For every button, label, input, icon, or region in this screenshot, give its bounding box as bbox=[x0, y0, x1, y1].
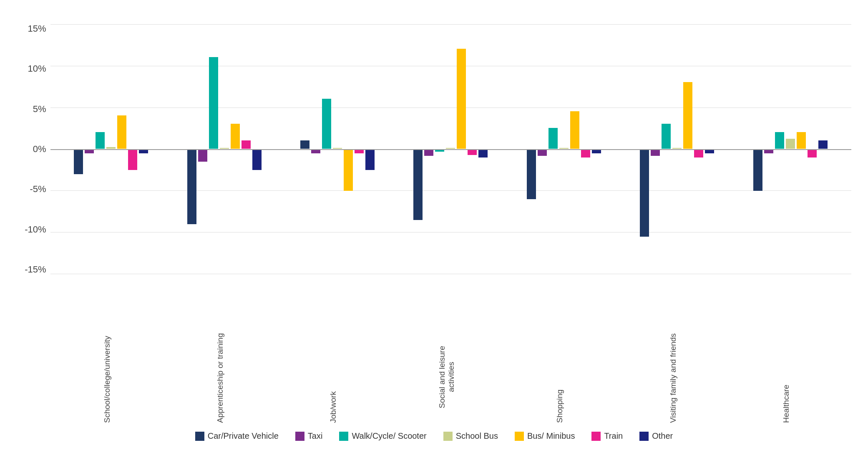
x-axis-label: Social and leisure activities bbox=[390, 331, 503, 423]
legend-color-box bbox=[195, 432, 204, 441]
legend-item: Train bbox=[591, 431, 623, 441]
legend-item: Bus/ Minibus bbox=[515, 431, 575, 441]
bar-other bbox=[818, 140, 828, 149]
bar-train bbox=[694, 149, 703, 158]
grid-line bbox=[50, 274, 851, 274]
bar-other bbox=[252, 149, 262, 170]
legend-label: Walk/Cycle/ Scooter bbox=[352, 431, 426, 441]
bar-walk bbox=[662, 124, 671, 149]
y-axis-label: -10% bbox=[25, 225, 46, 234]
legend-item: Car/Private Vehicle bbox=[195, 431, 279, 441]
bar-bus bbox=[457, 49, 466, 149]
bar-train bbox=[128, 149, 137, 170]
bar-walk bbox=[322, 99, 331, 149]
x-axis-label: School/college/university bbox=[50, 331, 164, 423]
y-axis-label: 5% bbox=[33, 105, 46, 114]
legend-item: Other bbox=[639, 431, 673, 441]
bar-bus bbox=[117, 115, 126, 149]
bar-taxi bbox=[424, 149, 433, 156]
bar-schoolBus bbox=[220, 148, 229, 149]
chart-container: 15%10%5%0%-5%-10%-15% School/college/uni… bbox=[17, 24, 851, 441]
legend-color-box bbox=[591, 432, 601, 441]
legend-label: Taxi bbox=[308, 431, 323, 441]
bar-bus bbox=[231, 124, 240, 149]
legend-item: Walk/Cycle/ Scooter bbox=[339, 431, 426, 441]
bar-schoolBus bbox=[672, 148, 682, 149]
y-axis-label: 0% bbox=[33, 145, 46, 154]
bar-schoolBus bbox=[559, 148, 569, 149]
bar-walk bbox=[775, 132, 784, 149]
x-axis-label: Healthcare bbox=[730, 331, 843, 423]
bar-schoolBus bbox=[446, 148, 455, 149]
bar-taxi bbox=[198, 149, 207, 162]
legend-color-box bbox=[443, 432, 453, 441]
legend-item: School Bus bbox=[443, 431, 498, 441]
plot-area bbox=[50, 24, 851, 274]
bar-train bbox=[808, 149, 817, 158]
bar-train bbox=[242, 140, 251, 149]
bar-car bbox=[640, 149, 649, 237]
bar-car bbox=[74, 149, 83, 174]
bar-car bbox=[753, 149, 762, 191]
bar-car bbox=[413, 149, 423, 220]
bar-walk bbox=[96, 132, 105, 149]
bar-train bbox=[468, 149, 477, 155]
bar-schoolBus bbox=[786, 139, 795, 149]
legend-label: Other bbox=[652, 431, 673, 441]
legend-color-box bbox=[639, 432, 649, 441]
bar-schoolBus bbox=[333, 148, 342, 149]
bar-bus bbox=[683, 82, 692, 149]
y-axis-label: -5% bbox=[30, 185, 46, 194]
y-axis-label: 15% bbox=[28, 24, 46, 33]
x-axis-label: Job/work bbox=[277, 331, 390, 423]
legend-label: Car/Private Vehicle bbox=[208, 431, 279, 441]
legend-item: Taxi bbox=[295, 431, 323, 441]
legend-color-box bbox=[339, 432, 348, 441]
legend-label: School Bus bbox=[456, 431, 498, 441]
bar-car bbox=[300, 140, 309, 149]
bar-bus bbox=[570, 111, 579, 149]
bar-taxi bbox=[538, 149, 547, 156]
zero-line bbox=[50, 149, 851, 150]
bar-other bbox=[478, 149, 488, 158]
y-axis: 15%10%5%0%-5%-10%-15% bbox=[17, 24, 50, 274]
legend-color-box bbox=[515, 432, 524, 441]
bar-other bbox=[365, 149, 375, 170]
bar-walk bbox=[209, 57, 218, 149]
x-axis-label: Visiting family and friends bbox=[616, 331, 730, 423]
bar-bus bbox=[797, 132, 806, 149]
bar-bus bbox=[344, 149, 353, 191]
legend-label: Train bbox=[604, 431, 623, 441]
bar-train bbox=[581, 149, 590, 158]
legend-color-box bbox=[295, 432, 304, 441]
bar-taxi bbox=[651, 149, 660, 156]
y-axis-label: 10% bbox=[28, 64, 46, 73]
x-axis-label: Apprenticeship or training bbox=[164, 331, 277, 423]
x-axis-label: Shopping bbox=[503, 331, 616, 423]
bar-schoolBus bbox=[106, 147, 116, 149]
bar-car bbox=[527, 149, 536, 199]
y-axis-label: -15% bbox=[25, 265, 46, 274]
bar-walk bbox=[548, 128, 558, 149]
bar-car bbox=[187, 149, 196, 224]
legend-label: Bus/ Minibus bbox=[527, 431, 575, 441]
